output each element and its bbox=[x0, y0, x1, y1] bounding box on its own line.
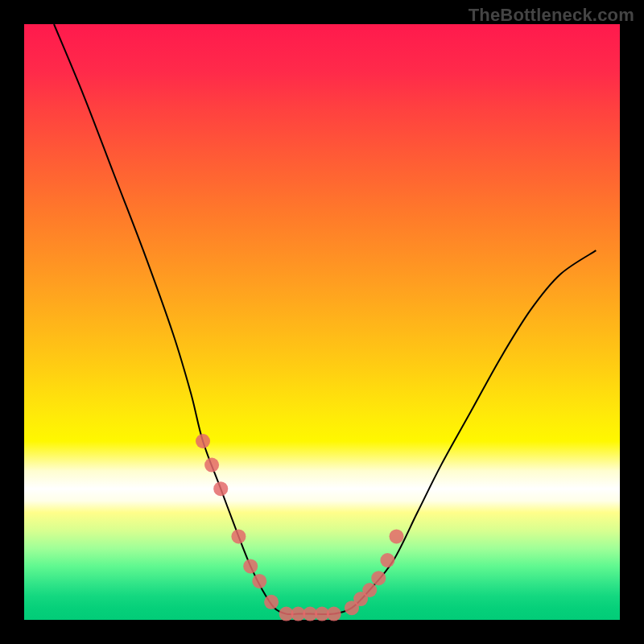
highlight-dot bbox=[390, 529, 404, 543]
curve-layer bbox=[24, 24, 620, 620]
highlight-dot bbox=[371, 571, 386, 585]
plot-area bbox=[24, 24, 620, 620]
highlight-dot bbox=[264, 595, 279, 609]
highlight-dot bbox=[327, 607, 341, 621]
highlight-dot bbox=[243, 559, 258, 573]
watermark-text: TheBottleneck.com bbox=[469, 5, 634, 26]
highlight-dot bbox=[204, 458, 219, 473]
highlight-dot bbox=[213, 481, 228, 496]
bottleneck-curve-path bbox=[54, 24, 596, 614]
highlight-dot bbox=[252, 574, 266, 588]
chart-frame: TheBottleneck.com bbox=[0, 0, 644, 644]
highlight-dot bbox=[196, 434, 210, 448]
highlight-dot bbox=[231, 529, 246, 543]
highlight-dots bbox=[196, 434, 404, 621]
highlight-dot bbox=[362, 583, 377, 597]
bottleneck-curve bbox=[54, 24, 596, 614]
highlight-dot bbox=[380, 553, 394, 568]
